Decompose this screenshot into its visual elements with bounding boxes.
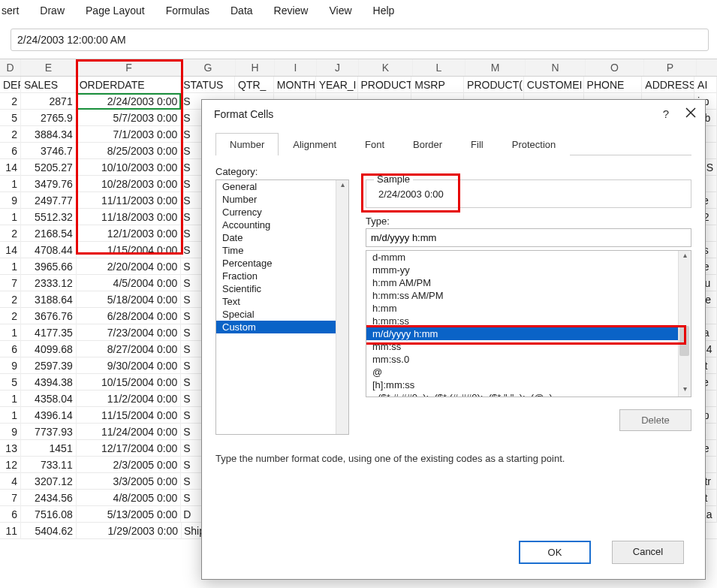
category-item[interactable]: Date: [216, 231, 348, 244]
cell[interactable]: 4708.44: [21, 242, 77, 258]
category-item[interactable]: Text: [216, 295, 348, 308]
type-item[interactable]: m/d/yyyy h:mm: [366, 327, 691, 340]
cell[interactable]: 1/15/2004 0:00: [77, 242, 182, 258]
cell[interactable]: 5/13/2005 0:00: [77, 506, 182, 523]
cell[interactable]: 1: [0, 209, 21, 225]
header-cell[interactable]: QTR_: [235, 77, 274, 93]
cell[interactable]: 3884.34: [21, 126, 77, 143]
cell[interactable]: 1451: [21, 440, 77, 457]
formula-bar[interactable]: 2/24/2003 12:00:00 AM: [11, 29, 709, 51]
header-cell[interactable]: MSRP: [411, 77, 464, 93]
col-M[interactable]: M: [465, 59, 526, 76]
cell[interactable]: 10/15/2004 0:00: [77, 374, 182, 390]
header-cell[interactable]: ORDERDATE: [77, 77, 182, 93]
cell[interactable]: 3479.76: [21, 176, 77, 192]
cell[interactable]: 2597.39: [21, 357, 77, 374]
cell[interactable]: 4177.35: [21, 324, 77, 341]
cell[interactable]: 2/24/2003 0:00: [77, 93, 182, 110]
cell[interactable]: 12: [0, 457, 21, 473]
col-L[interactable]: L: [413, 59, 465, 76]
tab-number[interactable]: Number: [215, 133, 279, 155]
cell[interactable]: 14: [0, 159, 21, 176]
header-cell[interactable]: ADDRESSL: [642, 77, 694, 93]
close-icon[interactable]: [685, 107, 696, 120]
col-N[interactable]: N: [526, 59, 586, 76]
cell[interactable]: 2: [0, 93, 21, 110]
header-cell[interactable]: AI: [694, 77, 717, 93]
cell[interactable]: 1: [0, 258, 21, 275]
cell[interactable]: 7/23/2004 0:00: [77, 324, 182, 341]
cell[interactable]: 5512.32: [21, 209, 77, 225]
cell[interactable]: 3676.76: [21, 308, 77, 324]
col-K[interactable]: K: [359, 59, 413, 76]
cell[interactable]: 5205.27: [21, 159, 77, 176]
cell[interactable]: 2497.77: [21, 192, 77, 209]
type-item[interactable]: d-mmm: [366, 251, 691, 264]
cell[interactable]: 10/10/2003 0:00: [77, 159, 182, 176]
cell[interactable]: 5: [0, 374, 21, 390]
cell[interactable]: 4/5/2004 0:00: [77, 275, 182, 291]
category-item[interactable]: Scientific: [216, 282, 348, 295]
cell[interactable]: 2: [0, 126, 21, 143]
header-cell[interactable]: YEAR_I: [316, 77, 358, 93]
header-cell[interactable]: DER: [0, 77, 21, 93]
cell[interactable]: 4/8/2005 0:00: [77, 490, 182, 506]
category-item[interactable]: Fraction: [216, 270, 348, 282]
col-H[interactable]: H: [236, 59, 275, 76]
cell[interactable]: 4394.38: [21, 374, 77, 390]
menu-data[interactable]: Data: [230, 5, 253, 17]
cell[interactable]: 7/1/2003 0:00: [77, 126, 182, 143]
header-cell[interactable]: MONTH: [274, 77, 316, 93]
cell[interactable]: 2333.12: [21, 275, 77, 291]
menu-draw[interactable]: Draw: [40, 5, 65, 17]
category-item[interactable]: Number: [216, 193, 348, 206]
category-item[interactable]: Custom: [216, 321, 348, 333]
cell[interactable]: 1: [0, 407, 21, 424]
delete-button[interactable]: Delete: [619, 409, 691, 431]
scroll-up-icon[interactable]: ▴: [336, 180, 348, 192]
category-item[interactable]: Accounting: [216, 219, 348, 231]
cell[interactable]: 9: [0, 424, 21, 440]
cell[interactable]: 3/3/2005 0:00: [77, 473, 182, 490]
cell[interactable]: 7516.08: [21, 506, 77, 523]
type-list[interactable]: d-mmmmmm-yyh:mm AM/PMh:mm:ss AM/PMh:mmh:…: [366, 250, 691, 397]
type-item[interactable]: h:mm: [366, 302, 691, 315]
tab-fill[interactable]: Fill: [456, 133, 498, 155]
col-G[interactable]: G: [182, 59, 236, 76]
cell[interactable]: 9/30/2004 0:00: [77, 357, 182, 374]
cell[interactable]: 13: [0, 440, 21, 457]
cell[interactable]: 4358.04: [21, 390, 77, 407]
cell[interactable]: 11: [0, 523, 21, 539]
cell[interactable]: 2434.56: [21, 490, 77, 506]
menu-page-layout[interactable]: Page Layout: [86, 5, 145, 17]
cell[interactable]: 3965.66: [21, 258, 77, 275]
cell[interactable]: 5404.62: [21, 523, 77, 539]
col-O[interactable]: O: [586, 59, 644, 76]
cell[interactable]: 3207.12: [21, 473, 77, 490]
cell[interactable]: 6: [0, 341, 21, 357]
cell[interactable]: 12/17/2004 0:00: [77, 440, 182, 457]
col-F[interactable]: F: [77, 59, 182, 76]
cell[interactable]: 11/18/2003 0:00: [77, 209, 182, 225]
scroll-up-icon[interactable]: ▴: [679, 251, 691, 263]
category-scrollbar[interactable]: ▴: [336, 180, 348, 434]
cell[interactable]: 1: [0, 390, 21, 407]
col-D[interactable]: D: [0, 59, 21, 76]
type-item[interactable]: _($* #,##0_);_($* (#,##0);_($* "-"_);_(@…: [366, 391, 691, 397]
scroll-down-icon[interactable]: ▾: [679, 384, 691, 397]
type-item[interactable]: h:mm AM/PM: [366, 276, 691, 289]
cell[interactable]: 9: [0, 192, 21, 209]
type-item[interactable]: h:mm:ss: [366, 315, 691, 327]
category-item[interactable]: General: [216, 180, 348, 193]
cell[interactable]: 4: [0, 473, 21, 490]
cell[interactable]: 5/18/2004 0:00: [77, 291, 182, 308]
tab-protection[interactable]: Protection: [498, 133, 571, 155]
tab-border[interactable]: Border: [399, 133, 456, 155]
cell[interactable]: 2765.9: [21, 110, 77, 126]
cell[interactable]: 7: [0, 490, 21, 506]
cell[interactable]: 11/15/2004 0:00: [77, 407, 182, 424]
cell[interactable]: 5/7/2003 0:00: [77, 110, 182, 126]
header-cell[interactable]: CUSTOMEI: [524, 77, 584, 93]
tab-alignment[interactable]: Alignment: [279, 133, 351, 155]
cell[interactable]: 5: [0, 110, 21, 126]
